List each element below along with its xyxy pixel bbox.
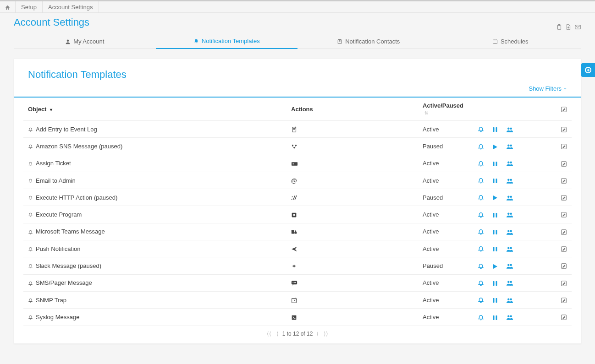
users-icon[interactable] bbox=[506, 296, 513, 304]
notify-icon[interactable] bbox=[478, 142, 484, 150]
template-name[interactable]: SMS/Pager Message bbox=[36, 279, 92, 286]
play-icon[interactable] bbox=[492, 194, 498, 201]
users-icon[interactable] bbox=[506, 125, 513, 133]
column-actions[interactable]: Actions bbox=[286, 98, 418, 121]
tab-my-account[interactable]: My Account bbox=[14, 33, 156, 49]
edit-icon[interactable] bbox=[561, 314, 567, 321]
users-icon[interactable] bbox=[506, 177, 513, 184]
template-name[interactable]: Microsoft Teams Message bbox=[36, 228, 105, 235]
pause-icon[interactable] bbox=[492, 313, 498, 321]
edit-icon[interactable] bbox=[561, 228, 567, 235]
notify-icon[interactable] bbox=[478, 160, 484, 167]
new-file-icon[interactable] bbox=[565, 23, 572, 30]
notify-icon[interactable] bbox=[478, 262, 484, 269]
breadcrumb-account-settings[interactable]: Account Settings bbox=[43, 1, 99, 13]
pager-next-icon[interactable]: ⟩ bbox=[316, 331, 319, 337]
notify-icon[interactable] bbox=[478, 245, 484, 252]
pager-prev-icon[interactable]: ⟨ bbox=[276, 331, 279, 337]
pause-icon[interactable] bbox=[492, 279, 498, 287]
column-status[interactable]: Active/Paused ⇅ bbox=[418, 98, 473, 121]
pause-icon[interactable] bbox=[492, 125, 498, 133]
pause-icon[interactable] bbox=[492, 228, 498, 235]
push-icon bbox=[291, 245, 298, 252]
template-name[interactable]: Add Entry to Event Log bbox=[36, 126, 97, 133]
pager-first-icon[interactable]: ⟨⟨ bbox=[267, 331, 271, 337]
template-name[interactable]: Execute HTTP Action (paused) bbox=[36, 194, 117, 201]
notify-icon[interactable] bbox=[478, 194, 484, 201]
edit-icon[interactable] bbox=[561, 211, 567, 218]
show-filters-link[interactable]: Show Filters ⌄ bbox=[14, 83, 581, 98]
edit-icon[interactable] bbox=[561, 296, 567, 303]
users-icon[interactable] bbox=[506, 262, 513, 269]
sns-icon bbox=[291, 143, 298, 150]
column-object[interactable]: Object ▾ bbox=[23, 98, 286, 121]
table-row: Email to Admin@Active bbox=[23, 172, 572, 189]
edit-icon[interactable] bbox=[561, 194, 567, 201]
users-icon[interactable] bbox=[506, 279, 513, 287]
template-name[interactable]: Syslog Message bbox=[36, 314, 79, 321]
pager: ⟨⟨ ⟨ 1 to 12 of 12 ⟩ ⟩⟩ bbox=[14, 326, 581, 339]
breadcrumb-setup[interactable]: Setup bbox=[16, 1, 43, 13]
users-icon[interactable] bbox=[506, 160, 513, 167]
svg-rect-33 bbox=[493, 179, 494, 183]
notify-icon[interactable] bbox=[478, 211, 484, 218]
play-icon[interactable] bbox=[492, 142, 498, 150]
svg-rect-29 bbox=[496, 162, 497, 166]
notify-icon[interactable] bbox=[478, 279, 484, 287]
clipboard-icon[interactable] bbox=[556, 23, 562, 30]
tab-notification-templates[interactable]: Notification Templates bbox=[156, 33, 298, 49]
edit-icon[interactable] bbox=[561, 125, 567, 132]
card: Notification Templates Show Filters ⌄ Ob… bbox=[14, 58, 581, 344]
play-icon[interactable] bbox=[492, 262, 498, 269]
add-button[interactable] bbox=[581, 63, 595, 77]
template-name[interactable]: SNMP Trap bbox=[36, 297, 66, 304]
svg-point-65 bbox=[293, 283, 294, 283]
http-icon: :// bbox=[291, 194, 297, 201]
edit-icon[interactable] bbox=[561, 143, 567, 150]
users-icon[interactable] bbox=[506, 142, 513, 150]
template-name[interactable]: Assign Ticket bbox=[36, 160, 71, 167]
svg-point-27 bbox=[293, 163, 294, 164]
pager-last-icon[interactable]: ⟩⟩ bbox=[324, 331, 328, 337]
edit-icon[interactable] bbox=[561, 177, 567, 184]
users-icon[interactable] bbox=[506, 313, 513, 321]
notify-icon[interactable] bbox=[478, 177, 484, 184]
notify-icon[interactable] bbox=[478, 296, 484, 304]
template-name[interactable]: Execute Program bbox=[36, 211, 82, 218]
tab-schedules[interactable]: Schedules bbox=[440, 33, 582, 49]
pause-icon[interactable] bbox=[492, 211, 498, 218]
svg-point-82 bbox=[507, 315, 509, 317]
users-icon[interactable] bbox=[506, 194, 513, 201]
pause-icon[interactable] bbox=[492, 160, 498, 167]
column-object-label: Object bbox=[28, 106, 46, 113]
template-name[interactable]: Push Notification bbox=[36, 245, 81, 252]
notify-icon[interactable] bbox=[478, 125, 484, 133]
edit-icon[interactable] bbox=[561, 279, 567, 286]
svg-point-62 bbox=[510, 264, 512, 266]
table-row: Microsoft Teams MessageActive bbox=[23, 223, 572, 240]
user-icon bbox=[65, 38, 71, 44]
card-title: Notification Templates bbox=[14, 59, 581, 84]
home-icon[interactable] bbox=[0, 1, 16, 13]
pause-icon[interactable] bbox=[492, 296, 498, 304]
pause-icon[interactable] bbox=[492, 245, 498, 252]
mail-icon[interactable] bbox=[574, 23, 581, 30]
notify-icon[interactable] bbox=[478, 313, 484, 321]
edit-icon[interactable] bbox=[561, 160, 567, 167]
table-row: Slack Message (paused)Paused bbox=[23, 257, 572, 274]
notify-icon[interactable] bbox=[478, 228, 484, 235]
pause-icon[interactable] bbox=[492, 177, 498, 184]
users-icon[interactable] bbox=[506, 245, 513, 252]
svg-point-23 bbox=[507, 145, 509, 147]
svg-point-70 bbox=[507, 281, 509, 283]
tab-notification-contacts[interactable]: Notification Contacts bbox=[298, 33, 440, 49]
template-name[interactable]: Slack Message (paused) bbox=[36, 262, 101, 269]
table-row: SMS/Pager MessageActive bbox=[23, 274, 572, 291]
edit-icon[interactable] bbox=[561, 262, 567, 269]
edit-icon[interactable] bbox=[561, 245, 567, 252]
template-name[interactable]: Email to Admin bbox=[36, 177, 76, 184]
users-icon[interactable] bbox=[506, 211, 513, 218]
users-icon[interactable] bbox=[506, 228, 513, 235]
edit-header-icon[interactable] bbox=[561, 105, 567, 112]
template-name[interactable]: Amazon SNS Message (paused) bbox=[36, 143, 122, 150]
